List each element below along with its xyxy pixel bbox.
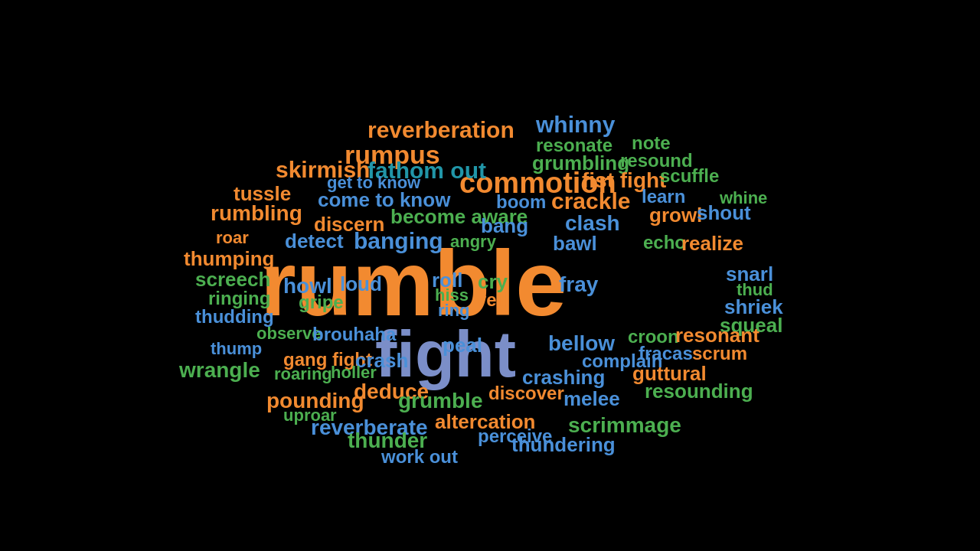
word-growl: growl	[649, 205, 702, 225]
word-scuffle: scuffle	[660, 167, 719, 185]
word-reverberation: reverberation	[368, 119, 514, 142]
word-thumping: thumping	[184, 249, 274, 269]
word-shout: shout	[697, 203, 751, 223]
word-brouhaha: brouhaha	[312, 325, 396, 344]
word-get-to-know: get to know	[327, 174, 420, 191]
word-boom: boom	[496, 193, 546, 211]
word-bang: bang	[481, 216, 528, 236]
word-wrangle: wrangle	[179, 360, 260, 381]
word-whinny: whinny	[536, 113, 615, 136]
word-ring: ring	[438, 302, 470, 319]
word-roaring: roaring	[274, 366, 332, 383]
word-gripe: gripe	[299, 293, 344, 311]
word-loud: loud	[340, 274, 382, 294]
word-banging: banging	[354, 230, 443, 253]
word-crackle: crackle	[551, 190, 630, 213]
word-echo: echo	[643, 233, 686, 252]
word-cloud: rumblefightcommotionreverberationrumpuss…	[0, 0, 980, 551]
word-fray: fray	[559, 274, 598, 295]
word-discover: discover	[488, 384, 564, 403]
word-screech: screech	[195, 269, 270, 289]
word-bawl: bawl	[553, 233, 597, 253]
word-work-out: work out	[381, 448, 458, 466]
word-yell: yell	[476, 291, 507, 309]
word-rumbling: rumbling	[211, 203, 302, 224]
word-thundering: thundering	[511, 435, 616, 455]
word-detect: detect	[285, 231, 344, 251]
word-thump: thump	[211, 341, 262, 357]
word-ringing: ringing	[208, 289, 270, 308]
word-holler: holler	[331, 364, 377, 381]
word-peal: peal	[443, 335, 482, 355]
word-roar: roar	[216, 230, 249, 246]
word-realize: realize	[681, 233, 743, 253]
word-observe: observe	[256, 325, 321, 342]
word-grumble: grumble	[398, 390, 482, 412]
word-clash: clash	[565, 213, 620, 234]
word-melee: melee	[564, 389, 620, 409]
word-resounding: resounding	[645, 381, 753, 401]
word-scrum: scrum	[692, 344, 747, 363]
